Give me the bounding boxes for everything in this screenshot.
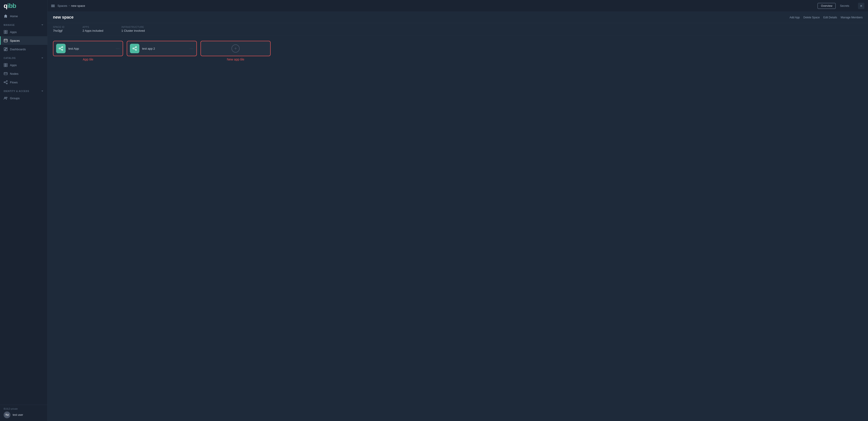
sidebar-item-catalog-apps[interactable]: Apps (0, 61, 47, 69)
breadcrumb-parent[interactable]: Spaces (58, 4, 67, 7)
svg-rect-1 (6, 30, 7, 32)
catalog-section: CATALOG (0, 54, 47, 61)
groups-icon (4, 96, 8, 100)
space-meta: SPACE ID 7hc0jgf APPS 2 Apps included IN… (48, 23, 868, 35)
sidebar-label-home: Home (10, 15, 18, 18)
apps-meta-value: 2 Apps included (83, 29, 103, 32)
breadcrumb-separator: • (68, 4, 70, 7)
identity-chevron-icon (41, 90, 44, 92)
svg-rect-11 (6, 63, 7, 65)
sidebar-item-dashboards[interactable]: Dashboards (0, 45, 47, 54)
svg-line-19 (5, 81, 6, 82)
hamburger-line-1 (51, 5, 55, 5)
edit-details-button[interactable]: Edit Details (824, 16, 837, 19)
app-tile-1-name: test App (68, 47, 113, 50)
spaces-icon (4, 38, 8, 43)
svg-rect-9 (6, 48, 7, 49)
tab-overview[interactable]: Overview (817, 3, 836, 9)
logo: qibb (0, 0, 47, 12)
space-header: new space Add App Delete Space Edit Deta… (48, 12, 868, 23)
sidebar-item-flows[interactable]: Flows (0, 78, 47, 87)
tab-secrets[interactable]: Secrets (837, 3, 852, 9)
meta-apps: APPS 2 Apps included (83, 26, 103, 32)
infra-label: INFRASTRUCTURE (122, 26, 145, 28)
sidebar-label-dashboards: Dashboards (10, 48, 26, 51)
svg-point-16 (4, 82, 5, 83)
sidebar-label-nodes: Nodes (10, 72, 19, 76)
svg-point-24 (62, 47, 63, 48)
dashboards-icon (4, 47, 8, 51)
svg-point-30 (135, 49, 137, 51)
pin-button[interactable]: ✕ (858, 3, 864, 9)
svg-point-17 (6, 80, 7, 82)
add-app-button[interactable]: Add App (789, 16, 800, 19)
app-tile-2-icon (130, 44, 140, 53)
new-app-tile-group: + New app tile (200, 41, 271, 61)
hamburger-line-2 (51, 6, 55, 6)
app-tile-2[interactable]: test app 2 ··· (127, 41, 197, 56)
sidebar-item-apps[interactable]: Apps (0, 28, 47, 36)
apps-icon (4, 30, 8, 34)
manage-members-button[interactable]: Manage Members (841, 16, 863, 19)
build-label: BUILD private (4, 408, 44, 410)
sidebar-label-flows: Flows (10, 81, 18, 84)
sidebar-label-spaces: Spaces (10, 39, 20, 43)
app-tile-1[interactable]: test App ··· (53, 41, 123, 56)
infra-value: 1 Cluster involved (122, 29, 145, 32)
svg-rect-7 (6, 49, 7, 51)
sidebar-item-nodes[interactable]: Nodes (0, 69, 47, 78)
svg-point-18 (6, 83, 7, 84)
sidebar-item-groups[interactable]: Groups (0, 94, 47, 103)
app-tile-annotation: App tile (53, 58, 123, 61)
delete-space-button[interactable]: Delete Space (804, 16, 820, 19)
svg-point-23 (59, 48, 60, 49)
svg-rect-13 (6, 65, 7, 66)
svg-rect-3 (6, 32, 7, 33)
meta-space-id: SPACE ID 7hc0jgf (53, 26, 64, 32)
user-row[interactable]: TU test user (4, 412, 44, 418)
catalog-chevron-icon (41, 57, 44, 59)
svg-rect-4 (4, 39, 7, 42)
svg-line-26 (60, 47, 62, 48)
space-id-value: 7hc0jgf (53, 29, 64, 32)
manage-section: MANAGE (0, 20, 47, 28)
home-icon (4, 14, 8, 18)
flows-icon (4, 80, 8, 84)
apps-grid: test App ··· App tile (48, 35, 868, 66)
svg-line-27 (60, 49, 62, 50)
nodes-icon (4, 72, 8, 76)
sidebar-label-groups: Groups (10, 96, 20, 100)
app-tile-1-menu[interactable]: ··· (116, 47, 120, 50)
sidebar-nav: Home MANAGE Apps (0, 12, 47, 405)
sidebar-item-spaces[interactable]: Spaces (0, 36, 47, 45)
space-id-label: SPACE ID (53, 26, 64, 28)
sidebar-footer: BUILD private TU test user (0, 405, 47, 421)
app-tile-2-menu[interactable]: ··· (190, 47, 194, 50)
svg-rect-14 (4, 73, 7, 75)
new-app-tile-annotation: New app tile (200, 58, 271, 61)
manage-chevron-icon (41, 24, 44, 26)
sidebar-item-home[interactable]: Home (0, 12, 47, 20)
hamburger-line-3 (51, 6, 55, 7)
logo-q: q (4, 2, 7, 9)
svg-point-22 (6, 97, 7, 98)
svg-rect-8 (4, 50, 5, 51)
meta-infrastructure: INFRASTRUCTURE 1 Cluster involved (122, 26, 145, 32)
new-app-plus-icon: + (231, 45, 240, 53)
svg-rect-2 (4, 32, 5, 33)
catalog-apps-icon (4, 63, 8, 67)
svg-line-20 (5, 82, 6, 83)
svg-rect-10 (4, 63, 5, 65)
new-app-tile[interactable]: + (200, 41, 271, 56)
svg-rect-12 (4, 65, 5, 66)
svg-line-32 (134, 49, 135, 50)
app-tile-group-2: test app 2 ··· App tile (127, 41, 197, 61)
topbar: Spaces • new space Overview Secrets ✕ (48, 0, 868, 12)
app-tile-2-name: test app 2 (142, 47, 187, 50)
app-tile-1-icon (56, 44, 66, 53)
sidebar-label-catalog-apps: Apps (10, 63, 17, 67)
svg-point-29 (135, 47, 137, 48)
space-actions: Add App Delete Space Edit Details Manage… (789, 16, 863, 19)
sidebar-label-apps: Apps (10, 30, 17, 34)
menu-toggle-button[interactable] (51, 5, 55, 7)
